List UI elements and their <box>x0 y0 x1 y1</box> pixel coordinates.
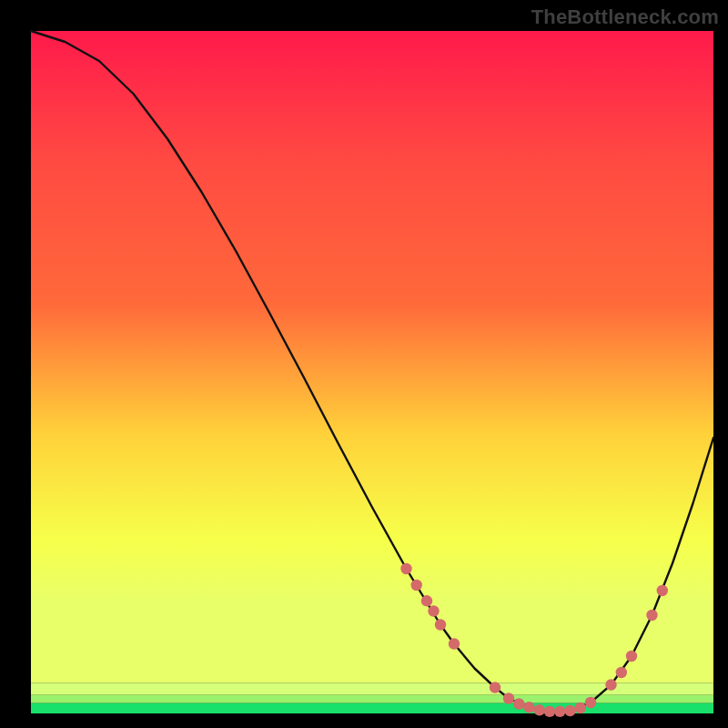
svg-rect-4 <box>31 703 713 713</box>
svg-point-5 <box>400 563 411 574</box>
svg-point-12 <box>503 693 514 703</box>
svg-point-20 <box>585 697 596 708</box>
svg-point-24 <box>646 610 657 621</box>
svg-point-15 <box>534 704 545 715</box>
svg-point-6 <box>411 580 422 591</box>
svg-rect-1 <box>31 31 713 682</box>
svg-point-21 <box>605 679 616 690</box>
svg-point-14 <box>523 702 534 713</box>
svg-point-25 <box>657 585 668 596</box>
svg-point-19 <box>575 703 586 713</box>
svg-point-22 <box>616 667 627 678</box>
svg-point-18 <box>564 705 575 716</box>
bottleneck-chart <box>0 0 728 728</box>
chart-stage: TheBottleneck.com <box>0 0 728 728</box>
svg-rect-3 <box>31 695 713 703</box>
svg-point-8 <box>428 605 439 616</box>
brand-watermark: TheBottleneck.com <box>531 5 719 29</box>
svg-point-9 <box>435 619 446 630</box>
svg-point-16 <box>544 706 555 717</box>
svg-point-10 <box>449 638 460 649</box>
svg-point-13 <box>513 698 524 709</box>
svg-point-17 <box>554 706 565 717</box>
svg-point-7 <box>421 595 432 606</box>
svg-point-23 <box>626 651 637 662</box>
svg-point-11 <box>490 682 500 693</box>
